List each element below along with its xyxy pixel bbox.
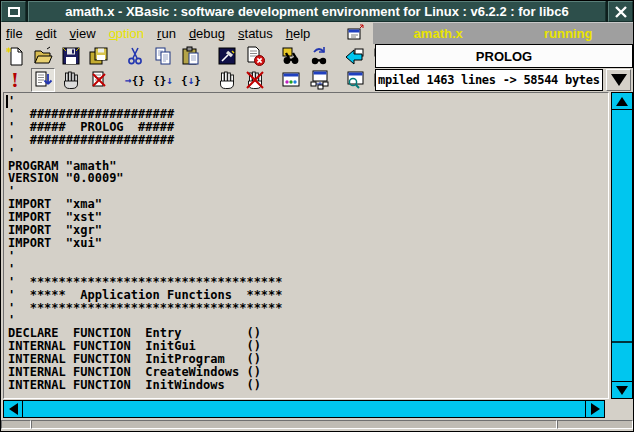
inspect-window-icon: [344, 69, 366, 91]
toolbar-bottom: ! →{} {}↓ {↓}: [1, 68, 375, 92]
new-file-button[interactable]: [3, 44, 27, 68]
pause-button[interactable]: [59, 68, 83, 92]
scroll-right-button[interactable]: [585, 400, 605, 418]
delete-text-button[interactable]: [243, 44, 267, 68]
close-button[interactable]: [608, 1, 633, 22]
step-over-button[interactable]: {}↓: [151, 68, 175, 92]
down-triangle-icon: [611, 74, 627, 86]
scroll-right-icon: [591, 403, 600, 415]
cut-icon: [124, 45, 146, 67]
back-icon: [344, 45, 366, 67]
function-list-dropdown-button[interactable]: [606, 69, 631, 91]
window-menu-button[interactable]: [1, 1, 26, 22]
window-title: amath.x - XBasic : software development …: [28, 1, 606, 22]
copy-button[interactable]: [151, 44, 175, 68]
run-panel: amath.x running: [373, 22, 633, 44]
menu-option[interactable]: option: [109, 26, 144, 41]
find-next-icon: [308, 45, 330, 67]
window-square-icon: [5, 4, 23, 20]
step-out-button[interactable]: {↓}: [179, 68, 203, 92]
program-name-label: amath.x: [414, 26, 463, 41]
vertical-scrollbar: [611, 92, 633, 399]
save-all-icon: [88, 45, 110, 67]
menu-row: file edit view option run debug status h…: [1, 22, 633, 44]
current-section-box: PROLOG: [375, 44, 633, 68]
function-tree-button[interactable]: [307, 68, 331, 92]
text-caret: [6, 95, 8, 108]
menu-status[interactable]: status: [238, 26, 273, 41]
scroll-down-icon: [616, 386, 628, 395]
editor-viewport: ' ' #################### ' ##### PROLOG …: [3, 92, 609, 399]
copy-icon: [152, 45, 174, 67]
continue-icon: [244, 69, 266, 91]
menu-help[interactable]: help: [286, 26, 311, 41]
status-bar: [1, 420, 633, 431]
gui-window-icon: [280, 69, 302, 91]
stop-icon: !: [11, 71, 19, 90]
run-to-cursor-button[interactable]: [31, 68, 55, 92]
run-state-label: running: [544, 26, 592, 41]
vertical-scroll-thumb[interactable]: [612, 110, 632, 343]
back-button[interactable]: [343, 44, 367, 68]
continue-button[interactable]: [243, 68, 267, 92]
paste-icon: [180, 45, 202, 67]
status-segment-middle: [31, 420, 557, 429]
scrollbar-corner: [605, 400, 633, 418]
paste-button[interactable]: [179, 44, 203, 68]
vertical-scroll-track[interactable]: [611, 110, 633, 381]
toolbar-top: [1, 44, 375, 68]
scroll-left-icon: [9, 403, 18, 415]
detach-menu-icon[interactable]: [345, 24, 365, 42]
save-file-icon: [60, 45, 82, 67]
compile-status-box: mpiled 1463 lines -> 58544 bytes: [375, 69, 603, 91]
toolbar-bottom-row: ! →{} {}↓ {↓}: [1, 68, 633, 92]
main-area: ' ' #################### ' ##### PROLOG …: [1, 92, 633, 399]
abort-button[interactable]: [87, 68, 111, 92]
toolbar-top-row: PROLOG: [1, 44, 633, 68]
step-into-button[interactable]: →{}: [123, 68, 147, 92]
xbasic-ide-window: amath.x - XBasic : software development …: [0, 0, 634, 432]
horizontal-scrollbar: [1, 400, 633, 418]
halt-button[interactable]: [215, 68, 239, 92]
step-into-icon: →{}: [125, 74, 145, 87]
menu-run[interactable]: run: [157, 26, 176, 41]
status-segment-right: [557, 420, 633, 429]
new-file-icon: [4, 45, 26, 67]
inspect-window-button[interactable]: [343, 68, 367, 92]
find-next-button[interactable]: [307, 44, 331, 68]
menu-view[interactable]: view: [70, 26, 96, 41]
titlebar[interactable]: amath.x - XBasic : software development …: [1, 1, 633, 22]
close-x-icon: [613, 4, 629, 20]
pause-icon: [60, 69, 82, 91]
halt-icon: [216, 69, 238, 91]
run-to-cursor-icon: [32, 69, 54, 91]
find-icon: [280, 45, 302, 67]
stop-button[interactable]: !: [3, 68, 27, 92]
function-tree-icon: [308, 69, 330, 91]
step-over-icon: {}↓: [153, 74, 173, 87]
build-button[interactable]: [215, 44, 239, 68]
build-icon: [216, 45, 238, 67]
delete-text-icon: [244, 45, 266, 67]
open-file-icon: [32, 45, 54, 67]
scroll-left-button[interactable]: [3, 400, 23, 418]
menu-edit[interactable]: edit: [36, 26, 57, 41]
step-out-icon: {↓}: [181, 74, 201, 87]
horizontal-scroll-thumb[interactable]: [23, 400, 585, 418]
abort-icon: [88, 69, 110, 91]
save-file-button[interactable]: [59, 44, 83, 68]
find-button[interactable]: [279, 44, 303, 68]
scroll-up-icon: [616, 97, 628, 106]
menubar: file edit view option run debug status h…: [1, 22, 373, 44]
menu-debug[interactable]: debug: [189, 26, 225, 41]
scroll-down-button[interactable]: [611, 381, 633, 399]
code-editor[interactable]: ' ' #################### ' ##### PROLOG …: [4, 93, 608, 392]
scroll-up-button[interactable]: [611, 92, 633, 110]
status-segment-left: [1, 420, 31, 429]
open-file-button[interactable]: [31, 44, 55, 68]
menu-file[interactable]: file: [6, 26, 23, 41]
save-all-button[interactable]: [87, 44, 111, 68]
gui-window-button[interactable]: [279, 68, 303, 92]
cut-button[interactable]: [123, 44, 147, 68]
